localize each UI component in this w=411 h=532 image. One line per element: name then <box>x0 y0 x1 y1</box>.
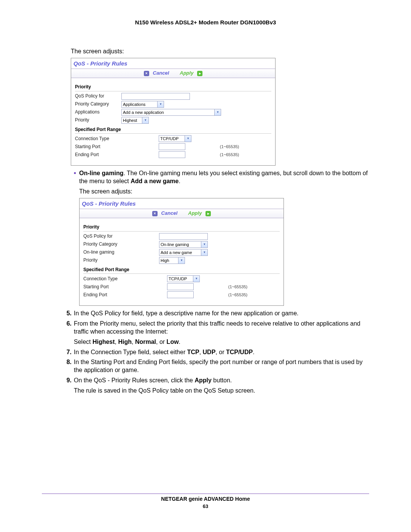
applications-label: Applications <box>75 109 120 115</box>
step-9: 9. On the QoS - Priority Rules screen, c… <box>62 377 369 385</box>
priority-category-select[interactable]: On-line gaming ▾ <box>159 241 208 248</box>
chevron-down-icon: ▾ <box>185 136 191 142</box>
port-hint: (1~65535) <box>228 292 280 297</box>
port-hint: (1~65535) <box>220 144 271 149</box>
panel1-title: QoS - Priority Rules <box>71 58 275 69</box>
qos-policy-input[interactable] <box>121 93 190 100</box>
port-range-header: Specified Port Range <box>75 127 271 134</box>
starting-port-label: Starting Port <box>83 284 166 290</box>
step-6: 6. From the Priority menu, select the pr… <box>62 320 369 336</box>
priority-section-header: Priority <box>75 84 271 91</box>
cancel-button[interactable]: × Cancel <box>144 70 169 77</box>
starting-port-label: Starting Port <box>75 144 157 150</box>
close-icon: × <box>144 71 149 76</box>
chevron-down-icon: ▾ <box>201 241 207 248</box>
ending-port-input[interactable] <box>167 291 194 298</box>
priority-category-label: Priority Category <box>83 241 158 248</box>
priority-value: High <box>161 258 169 263</box>
applications-select[interactable]: Add a new application ▾ <box>121 109 221 116</box>
chevron-down-icon: ▾ <box>157 101 164 107</box>
ending-port-label: Ending Port <box>75 152 157 158</box>
online-gaming-value: Add a new game <box>161 250 192 255</box>
priority-select[interactable]: High ▾ <box>159 257 185 264</box>
qos-policy-label: QoS Policy for <box>75 93 120 99</box>
qos-panel-2: QoS - Priority Rules × Cancel Apply ▸ Pr… <box>79 198 284 306</box>
chevron-down-icon: ▾ <box>178 257 185 264</box>
connection-type-label: Connection Type <box>83 276 166 282</box>
step-7: 7. In the Connection Type field, select … <box>62 348 369 356</box>
bullet-icon: • <box>71 169 79 177</box>
applications-value: Add a new application <box>123 110 164 115</box>
cancel-button[interactable]: × Cancel <box>152 210 178 217</box>
chevron-down-icon: ▾ <box>201 249 207 256</box>
port-range-header: Specified Port Range <box>83 267 280 274</box>
cancel-label: Cancel <box>153 70 169 77</box>
panel2-title: QoS - Priority Rules <box>80 198 284 209</box>
online-gaming-select[interactable]: Add a new game ▾ <box>159 249 208 256</box>
chevron-down-icon: ▾ <box>193 276 199 282</box>
connection-type-select[interactable]: TCP/UDP ▾ <box>167 275 200 282</box>
priority-label: Priority <box>83 257 158 264</box>
apply-label: Apply <box>188 210 202 217</box>
apply-label: Apply <box>180 70 193 77</box>
footer-title: NETGEAR genie ADVANCED Home <box>0 496 411 502</box>
step-5: 5. In the QoS Policy for field, type a d… <box>62 310 369 318</box>
online-gaming-bullet: On-line gaming. The On-line gaming menu … <box>79 169 369 185</box>
page-number: 63 <box>0 503 411 509</box>
priority-category-label: Priority Category <box>75 101 120 107</box>
priority-category-value: On-line gaming <box>161 242 189 247</box>
ending-port-input[interactable] <box>159 151 185 158</box>
step-9-note: The rule is saved in the QoS Policy tabl… <box>74 387 369 395</box>
starting-port-input[interactable] <box>167 283 194 290</box>
apply-button[interactable]: Apply ▸ <box>180 70 202 77</box>
close-icon: × <box>152 211 158 216</box>
priority-category-value: Applications <box>123 102 145 107</box>
priority-label: Priority <box>75 117 120 123</box>
connection-type-label: Connection Type <box>75 136 157 142</box>
qos-policy-input[interactable] <box>159 233 208 240</box>
cancel-label: Cancel <box>161 210 178 217</box>
apply-button[interactable]: Apply ▸ <box>188 210 211 217</box>
qos-policy-label: QoS Policy for <box>83 233 158 240</box>
priority-section-header: Priority <box>83 224 280 232</box>
online-gaming-label: On-line gaming <box>83 249 158 256</box>
panel1-toolbar: × Cancel Apply ▸ <box>71 69 275 78</box>
step-6-note: Select Highest, High, Normal, or Low. <box>74 338 369 346</box>
connection-type-select[interactable]: TCP/UDP ▾ <box>159 135 191 142</box>
lead-text-1: The screen adjusts: <box>71 48 369 56</box>
qos-panel-1: QoS - Priority Rules × Cancel Apply ▸ Pr… <box>71 58 276 166</box>
apply-icon: ▸ <box>197 71 202 76</box>
priority-select[interactable]: Highest ▾ <box>121 117 149 124</box>
panel2-toolbar: × Cancel Apply ▸ <box>80 209 284 218</box>
lead-text-2: The screen adjusts: <box>79 188 369 196</box>
starting-port-input[interactable] <box>159 143 185 150</box>
footer-rule <box>42 494 369 494</box>
chevron-down-icon: ▾ <box>214 109 221 115</box>
connection-type-value: TCP/UDP <box>160 136 178 141</box>
apply-icon: ▸ <box>206 211 211 216</box>
priority-value: Highest <box>123 118 137 123</box>
connection-type-value: TCP/UDP <box>169 276 187 281</box>
port-hint: (1~65535) <box>220 152 271 157</box>
step-8: 8. In the Starting Port and Ending Port … <box>62 358 369 374</box>
priority-category-select[interactable]: Applications ▾ <box>121 101 164 108</box>
port-hint: (1~65535) <box>228 284 280 289</box>
ending-port-label: Ending Port <box>83 292 166 298</box>
doc-header: N150 Wireless ADSL2+ Modem Router DGN100… <box>42 19 369 26</box>
chevron-down-icon: ▾ <box>142 117 148 123</box>
